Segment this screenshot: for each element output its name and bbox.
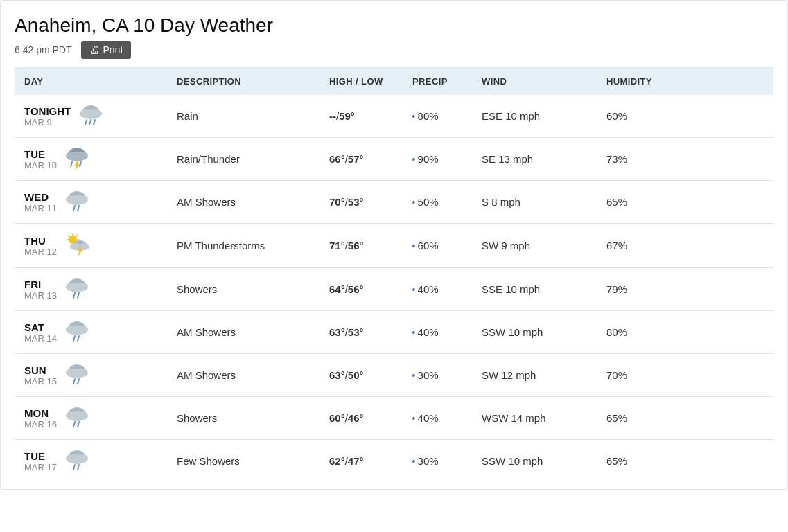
svg-line-27 <box>76 236 77 237</box>
temp-range: 62°/47° <box>329 455 364 467</box>
svg-line-55 <box>73 422 75 427</box>
precip-cell: ▪ 40% <box>403 311 472 354</box>
precip-value: 40% <box>418 412 439 424</box>
day-cell-0: TONIGHT MAR 9 <box>15 95 167 138</box>
weather-icon <box>64 447 90 475</box>
weather-table: DAY DESCRIPTION HIGH / LOW PRECIP WIND H… <box>15 68 773 482</box>
temp-range: 71°/56° <box>329 240 364 251</box>
svg-line-6 <box>94 120 95 125</box>
table-row: TUE MAR 17 Few Showers 62°/47° ▪ 30% SSW… <box>15 440 773 483</box>
highlow-cell: 63°/53° <box>319 311 403 354</box>
day-name: WED <box>24 191 57 203</box>
table-row: MON MAR 16 Showers 60°/46° ▪ 40% WSW 14 … <box>15 397 773 440</box>
description-cell: Showers <box>167 397 319 440</box>
weather-icon <box>64 404 90 432</box>
table-body: TONIGHT MAR 9 Rain --/59° ▪ 80% ESE 10 m… <box>15 95 773 482</box>
description-cell: Rain/Thunder <box>167 138 319 181</box>
description-cell: Few Showers <box>167 440 319 483</box>
page-wrapper: Anaheim, CA 10 Day Weather 6:42 pm PDT 🖨… <box>0 0 788 490</box>
day-date: MAR 15 <box>24 376 57 387</box>
humidity-cell: 65% <box>597 181 773 224</box>
humidity-cell: 70% <box>597 354 773 397</box>
wind-cell: WSW 14 mph <box>472 397 597 440</box>
header-meta: 6:42 pm PDT 🖨 Print <box>15 41 773 59</box>
weather-icon <box>78 102 104 130</box>
day-cell-7: MON MAR 16 <box>15 397 167 440</box>
wind-cell: SSW 10 mph <box>472 311 597 354</box>
day-date: MAR 13 <box>24 290 57 301</box>
day-name: SAT <box>24 321 57 333</box>
temp-range: 60°/46° <box>329 412 364 424</box>
weather-icon <box>64 145 90 173</box>
highlow-cell: 64°/56° <box>319 268 403 311</box>
temp-range: 66°/57° <box>329 153 364 165</box>
highlow-cell: 62°/47° <box>319 440 403 483</box>
day-name: MON <box>24 407 57 419</box>
day-cell-3: THU MAR 12 <box>15 224 167 268</box>
precip-value: 90% <box>418 153 439 165</box>
wind-cell: SW 9 mph <box>472 224 597 268</box>
table-row: TONIGHT MAR 9 Rain --/59° ▪ 80% ESE 10 m… <box>15 95 773 138</box>
day-date: MAR 11 <box>24 203 57 213</box>
wind-cell: SSE 10 mph <box>472 268 597 311</box>
table-row: THU MAR 12 PM Thunderstorms <box>15 224 773 268</box>
svg-line-43 <box>73 336 75 341</box>
col-header-day: DAY <box>15 68 167 95</box>
day-cell-5: SAT MAR 14 <box>15 311 167 354</box>
svg-line-50 <box>78 379 79 384</box>
highlow-cell: 71°/56° <box>319 224 403 268</box>
svg-point-42 <box>68 326 86 335</box>
day-cell-4: FRI MAR 13 <box>15 268 167 311</box>
day-cell-8: TUE MAR 17 <box>15 440 167 483</box>
weather-icon <box>64 275 90 303</box>
humidity-cell: 65% <box>597 440 773 483</box>
svg-line-19 <box>78 206 79 211</box>
svg-marker-13 <box>75 161 80 170</box>
day-name: FRI <box>24 278 57 290</box>
temp-range: 63°/50° <box>329 369 364 381</box>
svg-point-60 <box>68 454 86 464</box>
svg-line-18 <box>73 206 75 211</box>
weather-icon <box>64 361 90 389</box>
weather-icon <box>64 318 90 346</box>
day-name: TUE <box>24 450 57 462</box>
svg-point-48 <box>68 369 86 378</box>
humidity-cell: 65% <box>597 397 773 440</box>
precip-cell: ▪ 30% <box>403 440 472 483</box>
header: Anaheim, CA 10 Day Weather 6:42 pm PDT 🖨… <box>15 15 773 68</box>
humidity-cell: 73% <box>597 138 773 181</box>
svg-line-4 <box>85 120 87 125</box>
wind-cell: SSW 10 mph <box>472 440 597 483</box>
humidity-cell: 67% <box>597 224 773 268</box>
day-date: MAR 17 <box>24 462 57 472</box>
print-label: Print <box>103 44 123 55</box>
description-cell: AM Showers <box>167 181 319 224</box>
day-date: MAR 10 <box>24 160 57 170</box>
precip-cell: ▪ 40% <box>403 268 472 311</box>
temp-range: --/59° <box>329 110 355 122</box>
svg-line-62 <box>78 465 79 470</box>
day-name: TUE <box>24 148 57 160</box>
print-icon: 🖨 <box>89 44 99 55</box>
description-cell: Rain <box>167 95 319 138</box>
precip-value: 30% <box>418 369 439 381</box>
highlow-cell: 66°/57° <box>319 138 403 181</box>
precip-cell: ▪ 90% <box>403 138 472 181</box>
precip-cell: ▪ 30% <box>403 354 472 397</box>
humidity-cell: 80% <box>597 311 773 354</box>
wind-cell: ESE 10 mph <box>472 95 597 138</box>
wind-cell: SW 12 mph <box>472 354 597 397</box>
day-date: MAR 16 <box>24 419 57 429</box>
highlow-cell: 63°/50° <box>319 354 403 397</box>
svg-point-10 <box>68 152 86 161</box>
col-header-highlow: HIGH / LOW <box>319 68 403 95</box>
svg-line-25 <box>68 236 69 237</box>
print-button[interactable]: 🖨 Print <box>81 41 131 59</box>
col-header-description: DESCRIPTION <box>167 68 319 95</box>
wind-cell: SE 13 mph <box>472 138 597 181</box>
precip-value: 40% <box>418 283 439 295</box>
precip-value: 30% <box>418 455 439 467</box>
table-row: FRI MAR 13 Showers 64°/56° ▪ 40% SSE 10 … <box>15 268 773 311</box>
highlow-cell: --/59° <box>319 95 403 138</box>
precip-value: 60% <box>418 240 439 251</box>
